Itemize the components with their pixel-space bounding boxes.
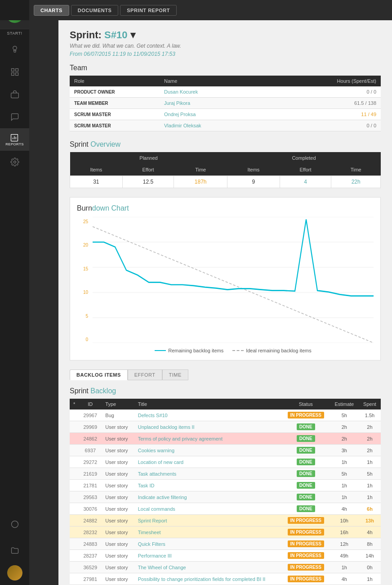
spent-header: Spent [359, 399, 381, 410]
svg-line-19 [93, 227, 374, 343]
star-cell [70, 550, 79, 562]
member-name[interactable]: Ondrej Proksa [164, 112, 196, 117]
table-row: 24862 User story Terms of policy and pri… [70, 433, 381, 445]
id-cell[interactable]: 24883 [79, 538, 102, 550]
sidebar-item-grid[interactable] [0, 61, 29, 83]
sidebar-item-lightbulb[interactable] [0, 38, 29, 61]
title-cell[interactable]: Task attachments [134, 468, 282, 480]
id-cell[interactable]: 36529 [79, 562, 102, 573]
id-cell[interactable]: 24862 [79, 433, 102, 445]
title-cell[interactable]: Defects S#10 [134, 410, 282, 421]
id-cell[interactable]: 29272 [79, 456, 102, 468]
reports-label: REPORTS [5, 142, 24, 146]
time-tab[interactable]: TIME [162, 369, 188, 380]
id-cell[interactable]: 29969 [79, 421, 102, 433]
estimate-cell: 1h [330, 491, 359, 503]
star-cell [70, 421, 79, 433]
table-row: 29967 Bug Defects S#10 IN PROGRESS 5h 1.… [70, 410, 381, 421]
status-badge: IN PROGRESS [288, 576, 324, 582]
table-row: 28232 User story Timesheet IN PROGRESS 1… [70, 526, 381, 538]
sidebar-item-folder[interactable] [0, 539, 29, 562]
main-content: Sprint: S#10 ▾ What we did. What we can.… [58, 20, 392, 585]
id-cell[interactable]: 28237 [79, 550, 102, 562]
sidebar: START! REPORTS [0, 0, 29, 585]
id-cell[interactable]: 21619 [79, 468, 102, 480]
table-row: 28237 User story Performance III IN PROG… [70, 550, 381, 562]
table-row: 36529 User story The Wheel of Change IN … [70, 562, 381, 573]
title-cell[interactable]: The Wheel of Change [134, 562, 282, 573]
legend-ideal: Ideal remaining backlog items [232, 348, 312, 353]
id-cell[interactable]: 27981 [79, 573, 102, 585]
spent-cell: 6h [359, 503, 381, 515]
overview-items-planned: 31 [70, 176, 123, 188]
type-cell: User story [102, 445, 134, 456]
title-cell[interactable]: Location of new card [134, 456, 282, 468]
type-cell: User story [102, 480, 134, 491]
sidebar-item-reports[interactable]: REPORTS [0, 128, 29, 151]
id-cell[interactable]: 30076 [79, 503, 102, 515]
id-cell[interactable]: 24882 [79, 515, 102, 526]
team-section-title: Team [70, 64, 381, 72]
star-cell [70, 491, 79, 503]
overview-effort-completed: 4 [280, 176, 331, 188]
title-header: Title [134, 399, 282, 410]
sprint-report-tab[interactable]: SPRINT REPORT [120, 5, 177, 16]
member-name[interactable]: Dusan Kocurek [164, 89, 198, 94]
sidebar-item-briefcase[interactable] [0, 83, 29, 106]
documents-tab[interactable]: DOCUMENTS [71, 5, 118, 16]
spent-cell: 5h [359, 468, 381, 480]
estimate-cell: 3h [330, 445, 359, 456]
type-cell: User story [102, 550, 134, 562]
status-header: Status [282, 399, 330, 410]
title-cell[interactable]: Unplaced backlog items II [134, 421, 282, 433]
status-badge: DONE [297, 470, 315, 477]
title-cell[interactable]: Sprint Report [134, 515, 282, 526]
sidebar-item-settings[interactable] [0, 151, 29, 173]
type-cell: User story [102, 503, 134, 515]
estimate-cell: 5h [330, 410, 359, 421]
y-axis: 25 20 15 10 5 0 [77, 217, 88, 353]
burndown-svg: Jul 7 Jul 9 Jul 13 Jul 15 Jul 17 Jul 21 … [93, 217, 374, 343]
effort-tab[interactable]: EFFORT [128, 369, 162, 380]
type-cell: User story [102, 515, 134, 526]
id-cell[interactable]: 29563 [79, 491, 102, 503]
star-cell [70, 503, 79, 515]
title-cell[interactable]: Indicate active filtering [134, 491, 282, 503]
title-cell[interactable]: Task ID [134, 480, 282, 491]
status-badge: IN PROGRESS [288, 564, 324, 571]
title-cell[interactable]: Terms of policy and privacy agreement [134, 433, 282, 445]
title-cell[interactable]: Possibility to change prioritization fie… [134, 573, 282, 585]
sprint-subtitle: What we did. What we can. Get context. A… [70, 43, 381, 49]
title-cell[interactable]: Cookies warning [134, 445, 282, 456]
title-cell[interactable]: Timesheet [134, 526, 282, 538]
member-name[interactable]: Juraj Pikora [164, 100, 190, 106]
role-header: Role [70, 76, 160, 86]
spent-cell: 8h [359, 538, 381, 550]
title-cell[interactable]: Quick Filters [134, 538, 282, 550]
star-cell [70, 526, 79, 538]
legend-remaining: Remaining backlog items [155, 348, 223, 353]
id-cell[interactable]: 29967 [79, 410, 102, 421]
title-cell[interactable]: Performance III [134, 550, 282, 562]
status-badge: DONE [297, 505, 315, 512]
table-row: 29563 User story Indicate active filteri… [70, 491, 381, 503]
user-avatar[interactable] [7, 565, 22, 580]
completed-header: Completed [227, 152, 381, 164]
status-badge: IN PROGRESS [288, 540, 324, 547]
hours-cell: 11 / 49 [267, 109, 381, 120]
sidebar-item-circle[interactable] [0, 513, 29, 536]
table-row: 30076 User story Local commands DONE 4h … [70, 503, 381, 515]
backlog-items-tab[interactable]: BACKLOG ITEMS [70, 369, 128, 380]
charts-tab[interactable]: CHARTS [34, 5, 69, 16]
time-header-1: Time [174, 164, 227, 176]
estimate-cell: 2h [330, 433, 359, 445]
estimate-header: Estimate [330, 399, 359, 410]
sidebar-item-chat[interactable] [0, 106, 29, 128]
id-cell[interactable]: 28232 [79, 526, 102, 538]
id-cell[interactable]: 6937 [79, 445, 102, 456]
backlog-tabs: BACKLOG ITEMS EFFORT TIME [70, 369, 381, 380]
table-row: 6937 User story Cookies warning DONE 3h … [70, 445, 381, 456]
id-cell[interactable]: 21781 [79, 480, 102, 491]
title-cell[interactable]: Local commands [134, 503, 282, 515]
member-name[interactable]: Vladimir Oleksak [164, 123, 201, 128]
